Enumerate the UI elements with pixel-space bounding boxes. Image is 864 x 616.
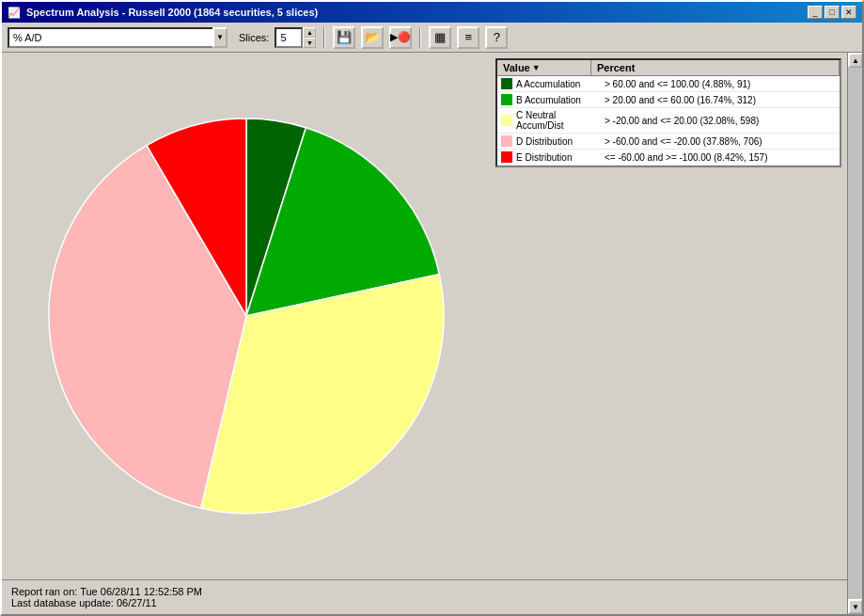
close-button[interactable]: ✕: [841, 6, 856, 19]
grid-button[interactable]: ▦: [429, 26, 451, 49]
window-title: Spectrum Analysis - Russell 2000 (1864 s…: [26, 7, 318, 18]
legend-header: Value ▼ Percent: [497, 60, 840, 76]
save-icon: 💾: [337, 30, 352, 44]
scroll-down[interactable]: ▼: [848, 599, 862, 614]
main-window: 📈 Spectrum Analysis - Russell 2000 (1864…: [0, 0, 864, 616]
slices-spinner: ▲ ▼: [303, 27, 316, 48]
legend-item-label: E Distribution: [516, 152, 601, 163]
scroll-up[interactable]: ▲: [848, 53, 862, 68]
indicator-dropdown[interactable]: % A/D: [8, 27, 214, 48]
legend-item-value: > 20.00 and <= 60.00 (16.74%, 312): [605, 95, 836, 105]
legend-item-label: C Neutral Accum/Dist: [516, 110, 601, 131]
legend-item-label: D Distribution: [516, 136, 601, 147]
legend-rows: A Accumulation > 60.00 and <= 100.00 (4.…: [497, 76, 840, 166]
legend-header-value: Value ▼: [497, 60, 591, 75]
footer-line2: Last database update: 06/27/11: [11, 597, 838, 608]
legend-item-label: A Accumulation: [516, 79, 601, 89]
footer-line1: Report ran on: Tue 06/28/11 12:52:58 PM: [11, 586, 838, 597]
legend-row: E Distribution <= -60.00 and >= -100.00 …: [497, 150, 840, 166]
chart-button[interactable]: ▶🔴: [389, 26, 412, 49]
chart-area: [2, 53, 490, 579]
legend-item-value: > -20.00 and <= 20.00 (32.08%, 598): [605, 116, 836, 126]
legend-color-swatch: [501, 78, 512, 89]
slices-up[interactable]: ▲: [303, 27, 316, 38]
legend-color-swatch: [501, 151, 512, 163]
legend-table: Value ▼ Percent A Accumulation > 60.00 a…: [495, 58, 841, 167]
legend-row: C Neutral Accum/Dist > -20.00 and <= 20.…: [497, 108, 840, 134]
legend-color-swatch: [501, 115, 512, 126]
grid-icon: ▦: [434, 30, 446, 44]
legend-row: D Distribution > -60.00 and <= -20.00 (3…: [497, 134, 840, 150]
legend-color-swatch: [501, 135, 512, 147]
sort-icon[interactable]: ▼: [532, 63, 541, 72]
open-icon: 📂: [365, 30, 380, 44]
help-icon: ?: [494, 30, 500, 44]
legend-item-value: > 60.00 and <= 100.00 (4.88%, 91): [605, 79, 836, 89]
help-button[interactable]: ?: [485, 26, 508, 49]
toolbar: % A/D ▼ Slices: 5 ▲ ▼ 💾 📂 ▶🔴 ▦: [2, 23, 862, 53]
title-bar-text: 📈 Spectrum Analysis - Russell 2000 (1864…: [8, 7, 318, 19]
slices-label: Slices:: [239, 32, 269, 43]
slices-input[interactable]: 5: [275, 27, 303, 48]
legend-row: A Accumulation > 60.00 and <= 100.00 (4.…: [497, 76, 840, 92]
minimize-button[interactable]: _: [808, 6, 823, 19]
scrollbar: ▲ ▼: [847, 53, 862, 614]
legend-item-value: <= -60.00 and >= -100.00 (8.42%, 157): [605, 152, 836, 163]
legend-color-swatch: [501, 94, 512, 105]
toolbar-separator-1: [323, 27, 325, 48]
open-button[interactable]: 📂: [361, 26, 384, 49]
pie-chart: [30, 100, 463, 532]
legend-item-label: B Accumulation: [516, 95, 601, 105]
legend-row: B Accumulation > 20.00 and <= 60.00 (16.…: [497, 92, 840, 108]
slices-down[interactable]: ▼: [303, 38, 316, 48]
dropdown-arrow[interactable]: ▼: [212, 27, 228, 48]
app-icon: 📈: [8, 7, 21, 19]
legend-item-value: > -60.00 and <= -20.00 (37.88%, 706): [605, 136, 836, 147]
legend-header-percent: Percent: [591, 60, 840, 75]
chart-icon: ▶🔴: [390, 31, 411, 43]
list-button[interactable]: ≡: [457, 26, 479, 49]
toolbar-separator-2: [419, 27, 421, 48]
dropdown-value: % A/D: [13, 32, 42, 43]
save-button[interactable]: 💾: [333, 26, 355, 49]
title-bar: 📈 Spectrum Analysis - Russell 2000 (1864…: [2, 2, 862, 23]
list-icon: ≡: [465, 30, 473, 44]
legend-panel: Value ▼ Percent A Accumulation > 60.00 a…: [490, 53, 847, 579]
maximize-button[interactable]: □: [825, 6, 840, 19]
scroll-track[interactable]: [848, 68, 862, 599]
footer: Report ran on: Tue 06/28/11 12:52:58 PM …: [2, 579, 847, 614]
title-bar-buttons: _ □ ✕: [808, 6, 856, 19]
